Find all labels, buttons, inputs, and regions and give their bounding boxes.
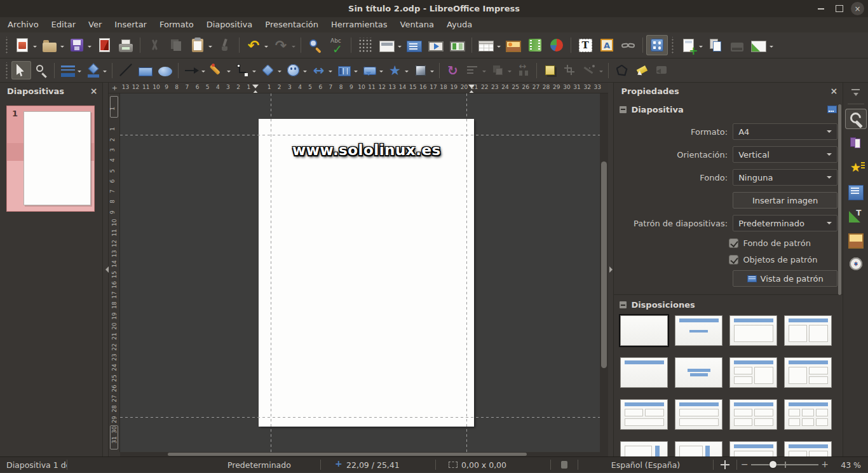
panel-scrollbar-thumb[interactable] bbox=[838, 104, 841, 295]
horizontal-scrollbar-thumb[interactable] bbox=[168, 453, 527, 456]
layouts-section-header[interactable]: Disposiciones bbox=[614, 294, 843, 312]
menu-item-editar[interactable]: Editar bbox=[45, 17, 83, 32]
ellipse-button[interactable] bbox=[155, 61, 175, 79]
fontwork-button[interactable] bbox=[596, 35, 618, 55]
callouts-dropdown[interactable] bbox=[379, 71, 383, 74]
textbox-button[interactable] bbox=[574, 35, 596, 55]
minimize-button[interactable] bbox=[814, 2, 827, 15]
sidebar-tab-animation[interactable] bbox=[845, 157, 867, 177]
layout-thumb-title-2content[interactable] bbox=[784, 315, 832, 346]
vertical-scrollbar-thumb[interactable] bbox=[601, 161, 607, 368]
right-panel-splitter[interactable] bbox=[608, 83, 614, 456]
menu-item-ventana[interactable]: Ventana bbox=[394, 17, 440, 32]
layout-button[interactable] bbox=[403, 35, 425, 55]
points-button[interactable] bbox=[612, 61, 632, 79]
connector-button[interactable] bbox=[233, 61, 252, 79]
grid-button[interactable] bbox=[355, 35, 376, 55]
horizontal-scrollbar[interactable] bbox=[120, 452, 608, 456]
slides-panel-close-icon[interactable]: × bbox=[90, 86, 98, 95]
layout-thumb-title-2content-b[interactable] bbox=[784, 441, 832, 456]
layout-thumb-four-content[interactable] bbox=[729, 399, 777, 430]
paste-button[interactable] bbox=[187, 35, 208, 55]
3d-dropdown[interactable] bbox=[430, 71, 434, 74]
slide-thumbnail[interactable]: 1 bbox=[6, 106, 95, 212]
duplicate-slide-button[interactable] bbox=[705, 35, 726, 55]
status-zoom-value[interactable]: 43 % bbox=[832, 460, 868, 470]
callouts-button[interactable] bbox=[360, 61, 379, 79]
layout-thumb-two-left-one-right[interactable] bbox=[729, 357, 777, 388]
menu-item-presentacion[interactable]: Presentación bbox=[259, 17, 325, 32]
new-slide-button[interactable] bbox=[677, 35, 699, 55]
status-doc-state[interactable] bbox=[551, 459, 578, 470]
status-language[interactable]: Español (España) bbox=[578, 460, 713, 470]
master-background-checkbox[interactable] bbox=[729, 238, 738, 248]
connector-dropdown[interactable] bbox=[252, 71, 256, 74]
menu-item-diapositiva[interactable]: Diapositiva bbox=[200, 17, 259, 32]
shadow-button[interactable] bbox=[540, 61, 560, 79]
status-master-name[interactable]: Predeterminado bbox=[67, 460, 320, 470]
zoom-slider-thumb[interactable] bbox=[770, 461, 776, 468]
line-style-dropdown[interactable] bbox=[78, 71, 81, 74]
block-arrows-dropdown[interactable] bbox=[329, 71, 332, 74]
undo-dropdown[interactable] bbox=[264, 46, 268, 50]
fill-button[interactable] bbox=[83, 61, 103, 79]
layout-thumb-title-only[interactable] bbox=[620, 357, 668, 388]
zoomtool-button[interactable] bbox=[31, 61, 51, 79]
open-dropdown[interactable] bbox=[60, 46, 64, 50]
layout-thumb-one-top-one-bottom[interactable] bbox=[675, 399, 722, 430]
glue-points-button[interactable] bbox=[632, 61, 651, 79]
sidebar-tab-navigator[interactable] bbox=[845, 254, 867, 274]
vertical-ruler[interactable]: 1123456789101112131415161718192021222324… bbox=[109, 93, 120, 452]
slide-page[interactable] bbox=[259, 119, 474, 427]
start-presentation-button[interactable] bbox=[425, 35, 447, 55]
sidebar-tab-master[interactable] bbox=[845, 181, 867, 202]
layout-thumb-vtitle-vtext[interactable] bbox=[675, 441, 722, 456]
table-button[interactable] bbox=[475, 35, 497, 55]
toolbar-grip[interactable] bbox=[670, 37, 675, 53]
layout-thumb-title-sub[interactable] bbox=[675, 315, 722, 346]
table-dropdown[interactable] bbox=[497, 46, 501, 50]
master-view-button[interactable]: Vista de patrón bbox=[733, 270, 837, 287]
media-button[interactable] bbox=[524, 35, 546, 55]
new-dropdown[interactable] bbox=[33, 46, 37, 50]
collapse-section-icon[interactable] bbox=[620, 106, 627, 113]
pdf-button[interactable] bbox=[93, 35, 115, 55]
views-button[interactable] bbox=[376, 35, 398, 55]
ruler-margin-marker[interactable] bbox=[468, 84, 475, 93]
properties-panel-close-icon[interactable]: × bbox=[830, 86, 837, 95]
menu-item-archivo[interactable]: Archivo bbox=[1, 17, 45, 32]
menu-item-formato[interactable]: Formato bbox=[153, 17, 200, 32]
toolbar-grip[interactable] bbox=[4, 62, 9, 79]
left-panel-splitter[interactable] bbox=[103, 83, 109, 456]
close-button[interactable]: × bbox=[851, 2, 864, 15]
image-button[interactable] bbox=[503, 35, 524, 55]
undo-button[interactable] bbox=[243, 35, 264, 55]
curve-dropdown[interactable] bbox=[227, 71, 231, 74]
present-current-button[interactable] bbox=[447, 35, 468, 55]
flowchart-button[interactable] bbox=[334, 61, 354, 79]
layout-thumb-one-left-two-right[interactable] bbox=[784, 357, 832, 388]
layout-thumb-centered-text[interactable] bbox=[675, 357, 722, 388]
vertical-scrollbar[interactable] bbox=[600, 93, 608, 452]
save-button[interactable] bbox=[66, 35, 88, 55]
save-dropdown[interactable] bbox=[88, 46, 92, 50]
sidebar-tab-transition[interactable] bbox=[845, 133, 867, 153]
zoom-in-icon[interactable]: + bbox=[821, 459, 829, 469]
horizontal-ruler[interactable]: 1312111098765432112345678910111213141516… bbox=[120, 83, 608, 93]
collapse-section-icon[interactable] bbox=[620, 301, 627, 308]
open-button[interactable] bbox=[39, 35, 60, 55]
chart-button[interactable] bbox=[546, 35, 567, 55]
rotate-button[interactable] bbox=[443, 61, 463, 79]
menu-item-herramientas[interactable]: Herramientas bbox=[325, 17, 394, 32]
layout-thumb-six-content[interactable] bbox=[784, 399, 832, 430]
sidebar-menu-icon[interactable] bbox=[847, 86, 865, 100]
sidebar-tab-gallery[interactable] bbox=[845, 230, 867, 250]
master-objects-checkbox[interactable] bbox=[729, 255, 738, 264]
new-button[interactable] bbox=[11, 35, 33, 55]
3d-button[interactable] bbox=[410, 61, 430, 79]
collapse-left-icon[interactable] bbox=[102, 266, 109, 273]
line-style-button[interactable] bbox=[58, 61, 78, 79]
layout-thumb-title-content-b[interactable] bbox=[729, 441, 777, 456]
stars-dropdown[interactable] bbox=[405, 71, 409, 74]
symbol-shapes-dropdown[interactable] bbox=[303, 71, 307, 74]
